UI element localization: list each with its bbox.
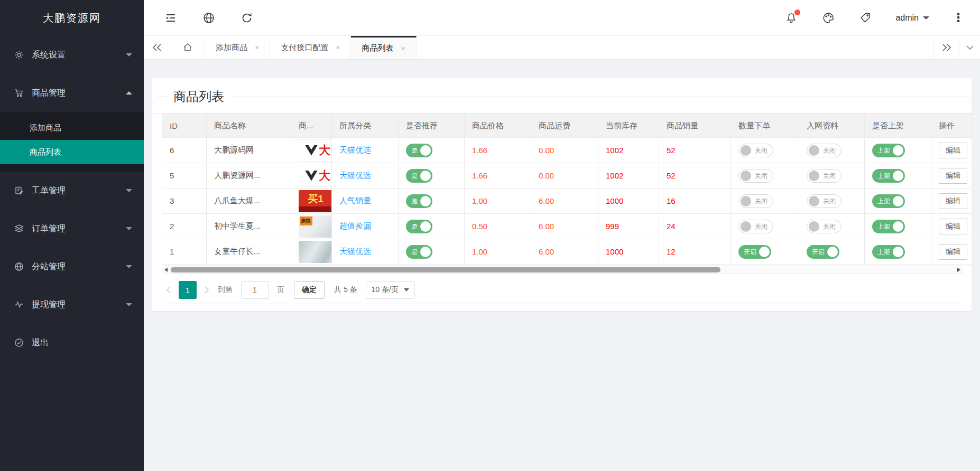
cell-recommend: 是 xyxy=(399,138,465,163)
category-link[interactable]: 天猫优选 xyxy=(339,171,371,180)
chevron-down-icon xyxy=(126,189,132,192)
edit-button[interactable]: 编辑 xyxy=(939,219,967,234)
shelf-toggle[interactable]: 上架 xyxy=(872,245,905,259)
navbar-left-icons xyxy=(144,11,254,25)
cell-network-info: 关闭 xyxy=(799,138,865,163)
cell-sales: 12 xyxy=(659,239,731,265)
tab-payment-config[interactable]: 支付接口配置 × xyxy=(270,36,351,59)
recommend-toggle[interactable]: 是 xyxy=(406,144,432,157)
gear-icon xyxy=(14,50,24,60)
scroll-tabs-right-icon[interactable] xyxy=(933,36,959,59)
cell-id: 6 xyxy=(162,138,207,163)
sidebar-subitem-product-list[interactable]: 商品列表 xyxy=(0,140,144,164)
chevron-down-icon xyxy=(126,265,132,268)
cell-category: 天猫优选 xyxy=(332,138,399,163)
sidebar-item-label: 系统设置 xyxy=(32,50,126,61)
close-icon[interactable]: × xyxy=(401,44,405,53)
horizontal-scrollbar[interactable] xyxy=(162,266,963,274)
logout-check-icon xyxy=(14,337,24,348)
tab-add-product[interactable]: 添加商品 × xyxy=(205,36,270,59)
tag-icon[interactable] xyxy=(858,11,872,25)
table-header-row: ID 商品名称 商... 所属分类 是否推荐 商品价格 商品运费 当前库存 商品… xyxy=(162,114,972,138)
refresh-icon[interactable] xyxy=(240,11,254,25)
theme-palette-icon[interactable] xyxy=(821,11,835,25)
globe-icon[interactable] xyxy=(202,11,216,25)
more-options-icon[interactable]: ⋮ xyxy=(953,12,964,24)
sidebar-item-work-orders[interactable]: 工单管理 xyxy=(0,172,144,210)
product-thumbnail: 孩狼 xyxy=(299,215,332,238)
current-page-button[interactable]: 1 xyxy=(179,281,197,299)
network-info-toggle[interactable]: 关闭 xyxy=(807,169,842,183)
sidebar-item-label: 分站管理 xyxy=(32,261,126,272)
chevron-down-icon xyxy=(126,227,132,230)
recommend-toggle[interactable]: 是 xyxy=(406,194,432,208)
recommend-toggle[interactable]: 是 xyxy=(406,220,432,233)
page-size-value: 10 条/页 xyxy=(372,285,399,295)
edit-button[interactable]: 编辑 xyxy=(939,143,967,158)
sidebar-item-substation-management[interactable]: 分站管理 xyxy=(0,248,144,286)
network-info-toggle[interactable]: 开启 xyxy=(807,245,839,259)
sidebar-item-system-settings[interactable]: 系统设置 xyxy=(0,36,144,74)
scroll-tabs-left-icon[interactable] xyxy=(144,36,170,59)
shelf-toggle[interactable]: 上架 xyxy=(872,169,905,183)
network-info-toggle[interactable]: 关闭 xyxy=(807,220,842,233)
col-recommend: 是否推荐 xyxy=(399,114,465,138)
table-row: 3 八爪鱼大爆... 买1 人气销量 是 1.00 6.00 1000 16 关… xyxy=(162,189,972,214)
tab-bar: 添加商品 × 支付接口配置 × 商品列表 × xyxy=(144,36,980,60)
home-tab[interactable] xyxy=(170,36,205,59)
quantity-order-toggle[interactable]: 关闭 xyxy=(738,194,773,208)
quantity-order-toggle[interactable]: 关闭 xyxy=(738,220,773,233)
cell-sales: 52 xyxy=(659,138,731,163)
prev-page-icon[interactable] xyxy=(162,286,175,294)
sidebar-item-logout[interactable]: 退出 xyxy=(0,324,144,362)
close-icon[interactable]: × xyxy=(336,43,340,52)
col-network-info: 入网资料 xyxy=(799,114,865,138)
scrollbar-thumb[interactable] xyxy=(171,267,720,272)
cell-category: 天猫优选 xyxy=(332,163,399,189)
category-link[interactable]: 天猫优选 xyxy=(339,145,371,154)
shelf-toggle[interactable]: 上架 xyxy=(872,144,905,157)
category-link[interactable]: 超值捡漏 xyxy=(339,221,371,230)
edit-button[interactable]: 编辑 xyxy=(939,244,967,260)
user-menu[interactable]: admin xyxy=(895,13,929,23)
close-icon[interactable]: × xyxy=(255,43,259,52)
scrollbar-left-arrow-icon[interactable] xyxy=(164,268,168,272)
recommend-toggle[interactable]: 是 xyxy=(406,245,432,259)
category-link[interactable]: 天猫优选 xyxy=(339,247,371,256)
shelf-toggle[interactable]: 上架 xyxy=(872,220,905,233)
edit-button[interactable]: 编辑 xyxy=(939,193,967,209)
globe-icon xyxy=(14,261,24,272)
network-info-toggle[interactable]: 关闭 xyxy=(807,144,842,157)
page-number-input[interactable] xyxy=(241,281,269,299)
notification-bell-icon[interactable] xyxy=(784,11,798,25)
tab-product-list[interactable]: 商品列表 × xyxy=(351,36,416,59)
next-page-icon[interactable] xyxy=(200,286,214,294)
tab-menu-chevron-icon[interactable] xyxy=(959,36,980,59)
goto-suffix-label: 页 xyxy=(277,285,284,295)
shelf-toggle[interactable]: 上架 xyxy=(872,194,905,208)
network-info-toggle[interactable]: 关闭 xyxy=(807,194,842,208)
recommend-toggle[interactable]: 是 xyxy=(406,169,432,183)
confirm-page-button[interactable]: 确定 xyxy=(294,281,325,299)
sidebar-item-label: 提现管理 xyxy=(32,299,126,310)
category-link[interactable]: 人气销量 xyxy=(339,196,371,205)
col-actions: 操作 xyxy=(931,114,972,138)
product-thumbnail: 大 xyxy=(299,139,332,162)
sidebar-subitem-add-product[interactable]: 添加商品 xyxy=(0,116,144,140)
quantity-order-toggle[interactable]: 开启 xyxy=(738,245,771,259)
cell-product-image: 买1 xyxy=(291,189,332,214)
table-row: 1 女童牛仔长... 天猫优选 是 1.00 6.00 1000 12 开启 开… xyxy=(162,239,972,265)
collapse-menu-icon[interactable] xyxy=(164,11,178,25)
sidebar-item-order-management[interactable]: 订单管理 xyxy=(0,210,144,248)
scrollbar-right-arrow-icon[interactable] xyxy=(957,268,960,272)
quantity-order-toggle[interactable]: 关闭 xyxy=(738,169,773,183)
cell-recommend: 是 xyxy=(399,163,465,189)
edit-button[interactable]: 编辑 xyxy=(939,168,967,184)
quantity-order-toggle[interactable]: 关闭 xyxy=(738,144,773,157)
cell-product-image xyxy=(291,239,332,265)
page-size-select[interactable]: 10 条/页 xyxy=(366,281,415,299)
cell-id: 2 xyxy=(162,214,207,239)
sidebar-item-product-management[interactable]: 商品管理 xyxy=(0,74,144,112)
sidebar-item-withdraw-management[interactable]: 提现管理 xyxy=(0,286,144,324)
cell-product-image: 大 xyxy=(291,138,332,163)
